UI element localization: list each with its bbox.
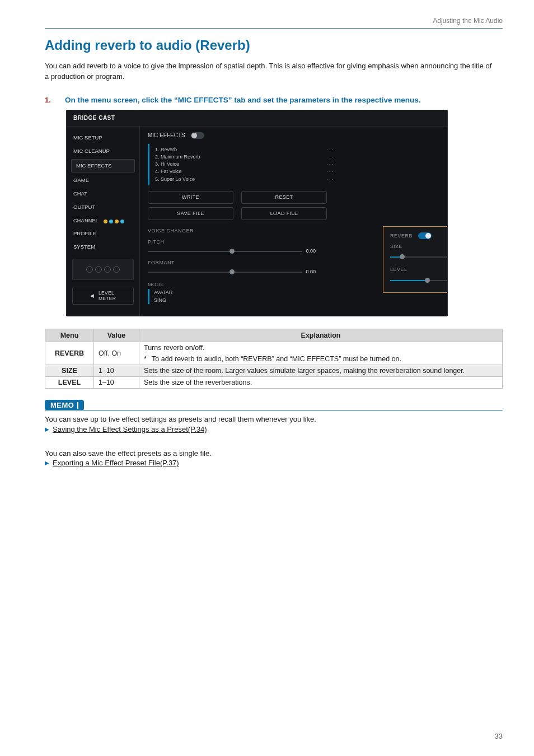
channel-dot-4 xyxy=(120,220,124,223)
preset-2[interactable]: 2. Maximum Reverb··· xyxy=(155,153,334,161)
th-menu: Menu xyxy=(45,329,94,342)
memo-text-2: You can also save the effect presets as … xyxy=(45,448,503,459)
channel-dot-2 xyxy=(109,220,113,223)
cell-level-value: 1–10 xyxy=(94,377,139,389)
level-meter-button[interactable]: ◀ LEVEL METER xyxy=(72,287,134,305)
pitch-slider[interactable]: 0.00 xyxy=(148,248,316,255)
save-file-button[interactable]: SAVE FILE xyxy=(148,207,233,220)
page-number: 33 xyxy=(495,732,503,740)
cell-reverb-menu: REVERB xyxy=(45,342,94,365)
step-1: 1. On the menu screen, click the “MIC EF… xyxy=(45,96,503,104)
sidebar-item-mic-setup[interactable]: MIC SETUP xyxy=(67,131,139,144)
channel-dot-1 xyxy=(104,220,107,223)
link-export-preset[interactable]: Exporting a Mic Effect Preset File(P.37) xyxy=(53,459,179,467)
device-thumbnail xyxy=(72,259,134,280)
level-label-1: LEVEL xyxy=(99,290,116,296)
back-arrow-icon: ◀ xyxy=(90,293,94,299)
sidebar-item-game[interactable]: GAME xyxy=(67,174,139,187)
mic-effects-toggle[interactable] xyxy=(191,132,204,139)
sidebar-item-output[interactable]: OUTPUT xyxy=(67,200,139,214)
step-number: 1. xyxy=(45,96,55,104)
preset-1[interactable]: 1. Reverb··· xyxy=(155,146,334,153)
main-panel: MIC EFFECTS 1. Reverb··· 2. Maximum Reve… xyxy=(140,127,447,316)
reverb-label: REVERB xyxy=(390,233,413,239)
memo-text-1: You can save up to five effect settings … xyxy=(45,414,503,425)
load-file-button[interactable]: LOAD FILE xyxy=(241,207,327,220)
sidebar-item-mic-effects[interactable]: MIC EFFECTS xyxy=(71,159,135,172)
level-label-2: METER xyxy=(99,296,116,302)
level-slider[interactable]: 5 xyxy=(390,277,448,284)
step-text: On the menu screen, click the “MIC EFFEC… xyxy=(65,96,420,104)
size-label: SIZE xyxy=(390,244,448,250)
preset-5[interactable]: 5. Super Lo Voice··· xyxy=(155,176,334,183)
th-value: Value xyxy=(94,329,139,342)
app-title: BRIDGE CAST xyxy=(67,110,447,127)
link-save-preset[interactable]: Saving the Mic Effect Settings as a Pres… xyxy=(53,425,207,433)
cell-size-value: 1–10 xyxy=(94,365,139,377)
preset-list: 1. Reverb··· 2. Maximum Reverb··· 3. Hi … xyxy=(148,144,334,185)
sidebar: MIC SETUP MIC CLEANUP MIC EFFECTS GAME C… xyxy=(67,127,140,316)
mode-sing[interactable]: SING xyxy=(154,297,439,304)
cell-level-menu: LEVEL xyxy=(45,377,94,389)
divider xyxy=(45,28,503,29)
memo-badge: MEMO xyxy=(45,400,84,410)
formant-value: 0.00 xyxy=(306,269,316,275)
reset-button[interactable]: RESET xyxy=(241,191,327,204)
pitch-value: 0.00 xyxy=(306,248,316,254)
channel-dot-3 xyxy=(115,220,119,223)
cell-size-explain: Sets the size of the room. Larger values… xyxy=(139,365,503,377)
cell-level-explain: Sets the size of the reverberations. xyxy=(139,377,503,389)
parameter-table: Menu Value Explanation REVERB Off, On Tu… xyxy=(45,329,503,389)
size-slider[interactable]: 2 xyxy=(390,253,448,261)
preset-4[interactable]: 4. Fat Voice··· xyxy=(155,168,334,175)
triangle-icon: ▶ xyxy=(45,460,49,466)
reverb-toggle[interactable] xyxy=(418,232,432,239)
write-button[interactable]: WRITE xyxy=(148,191,233,204)
sidebar-item-mic-cleanup[interactable]: MIC CLEANUP xyxy=(67,144,139,158)
sidebar-item-system[interactable]: SYSTEM xyxy=(67,240,139,254)
formant-slider[interactable]: 0.00 xyxy=(148,268,316,276)
page-title: Adding reverb to audio (Reverb) xyxy=(45,38,503,53)
reverb-callout: REVERB SIZE 2 LEVEL 5 xyxy=(383,226,448,293)
cell-size-menu: SIZE xyxy=(45,365,94,377)
cell-reverb-value: Off, On xyxy=(94,342,139,365)
mic-effects-label: MIC EFFECTS xyxy=(148,132,185,139)
th-explain: Explanation xyxy=(139,329,503,342)
breadcrumb: Adjusting the Mic Audio xyxy=(45,17,503,28)
intro-text: You can add reverb to a voice to give th… xyxy=(45,61,493,82)
preset-3[interactable]: 3. Hi Voice··· xyxy=(155,161,334,168)
level-label: LEVEL xyxy=(390,267,448,273)
memo-block: MEMO You can save up to five effect sett… xyxy=(45,400,503,467)
triangle-icon: ▶ xyxy=(45,426,49,432)
app-window: BRIDGE CAST MIC SETUP MIC CLEANUP MIC EF… xyxy=(66,110,448,317)
channel-label: CHANNEL xyxy=(73,218,99,223)
sidebar-item-chat[interactable]: CHAT xyxy=(67,187,139,200)
sidebar-channel[interactable]: CHANNEL xyxy=(67,213,139,226)
sidebar-item-profile[interactable]: PROFILE xyxy=(67,227,139,240)
cell-reverb-explain: Turns reverb on/off. *To add reverb to a… xyxy=(139,342,503,365)
